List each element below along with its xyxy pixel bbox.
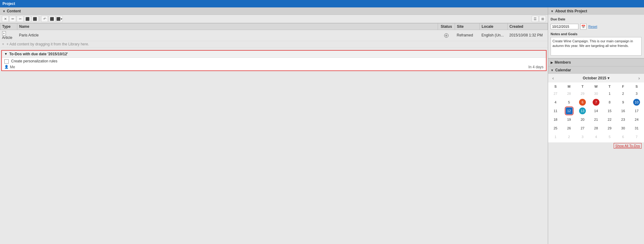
cal-day-21[interactable]: 21 — [589, 115, 603, 124]
day-header-sun: S — [549, 84, 562, 89]
cal-day-22[interactable]: 22 — [603, 115, 616, 124]
cal-day-30[interactable]: 30 — [616, 124, 630, 133]
delete-button[interactable]: ✕ — [2, 16, 9, 22]
list-view-button[interactable]: ☰ — [532, 16, 539, 22]
cal-num: 29 — [606, 125, 613, 132]
cut-button[interactable]: ✂ — [17, 16, 24, 22]
cal-day-12[interactable]: 12 — [562, 107, 576, 115]
cal-day-28[interactable]: 28 — [589, 124, 603, 133]
cal-day-27[interactable]: 27 — [576, 124, 589, 133]
cal-day-3[interactable]: 3 — [630, 89, 643, 98]
calendar-icon-button[interactable]: 📅 — [580, 23, 586, 30]
members-section-header[interactable]: ▶ Members — [548, 58, 644, 66]
cal-day-30-prev[interactable]: 30 — [589, 89, 603, 98]
col-site[interactable]: Site — [455, 23, 480, 30]
content-section-label: Content — [7, 9, 21, 13]
todo-toggle[interactable]: ▼ — [4, 52, 7, 56]
cal-num: 24 — [633, 116, 640, 123]
reset-link[interactable]: Reset — [588, 25, 597, 28]
content-toggle[interactable]: ▼ — [2, 10, 6, 13]
show-all-todos-link[interactable]: Show All To-Dos — [614, 143, 642, 149]
content-section-header[interactable]: ▼ Content — [0, 7, 548, 15]
col-status[interactable]: Status — [438, 23, 455, 30]
cal-day-9[interactable]: 9 — [616, 98, 630, 107]
about-project-header[interactable]: ▼ About this Project — [548, 7, 644, 15]
cal-day-8[interactable]: 8 — [603, 98, 616, 107]
refresh-button[interactable]: ⬛ — [49, 16, 55, 22]
cal-day-2[interactable]: 2 — [616, 89, 630, 98]
cal-day-6-next[interactable]: 6 — [616, 133, 630, 141]
calendar-day-headers: S M T W T F S — [549, 84, 643, 89]
cal-day-27-prev[interactable]: 27 — [549, 89, 562, 98]
edit-button[interactable]: ✏ — [9, 16, 16, 22]
cal-num: 27 — [579, 125, 586, 132]
month-dropdown-icon[interactable]: ▾ — [608, 76, 609, 80]
cal-day-2-next[interactable]: 2 — [562, 133, 576, 141]
cal-day-18[interactable]: 18 — [549, 115, 562, 124]
cal-day-7[interactable]: 7 — [589, 98, 603, 107]
cal-num: 4 — [552, 99, 559, 106]
show-all-todos-container: Show All To-Dos — [548, 142, 644, 149]
next-month-button[interactable]: › — [636, 75, 642, 81]
cal-num: 29 — [579, 90, 586, 97]
grid-view-button[interactable]: ⊞ — [539, 16, 546, 22]
cell-site: Reframed — [455, 30, 480, 41]
cal-day-10[interactable]: 10 — [630, 98, 643, 107]
due-date-input-row: 📅 Reset — [551, 23, 642, 30]
todo-days: In 4 days — [528, 65, 543, 69]
cal-day-24[interactable]: 24 — [630, 115, 643, 124]
cal-day-26[interactable]: 26 — [562, 124, 576, 133]
cal-day-19[interactable]: 19 — [562, 115, 576, 124]
cal-day-20[interactable]: 20 — [576, 115, 589, 124]
col-locale[interactable]: Locale — [480, 23, 508, 30]
cal-num: 5 — [606, 133, 613, 140]
cal-day-15[interactable]: 15 — [603, 107, 616, 115]
undo-button[interactable]: ↶ — [41, 16, 48, 22]
cal-day-5[interactable]: 5 — [562, 98, 576, 107]
cal-day-3-next[interactable]: 3 — [576, 133, 589, 141]
cal-week-3: 11 12 13 14 15 16 17 — [549, 107, 643, 115]
cal-day-28-prev[interactable]: 28 — [562, 89, 576, 98]
todo-checkbox[interactable] — [4, 59, 9, 64]
more-button[interactable]: ⬛▾ — [56, 16, 63, 22]
cal-week-1: 27 28 29 30 1 2 3 — [549, 89, 643, 98]
right-panel: ▼ About this Project Due Date 📅 Reset No… — [548, 7, 644, 244]
cal-day-1[interactable]: 1 — [603, 89, 616, 98]
calendar-section-header[interactable]: ▼ Calendar — [548, 66, 644, 74]
cal-day-1-next[interactable]: 1 — [549, 133, 562, 141]
todo-item-0: Create personalization rules 👤 Me In 4 d… — [2, 58, 546, 70]
cal-day-7-next[interactable]: 7 — [630, 133, 643, 141]
cal-day-5-next[interactable]: 5 — [603, 133, 616, 141]
cal-day-31[interactable]: 31 — [630, 124, 643, 133]
todo-section-header[interactable]: ▼ To-Dos with due date '2015/10/12' — [2, 51, 546, 58]
cal-day-11[interactable]: 11 — [549, 107, 562, 115]
about-project-content: Due Date 📅 Reset Notes and Goals Create … — [548, 15, 644, 58]
cal-num: 1 — [552, 133, 559, 140]
cal-day-17[interactable]: 17 — [630, 107, 643, 115]
due-date-input[interactable] — [551, 24, 578, 29]
col-created[interactable]: Created — [508, 23, 548, 30]
cal-week-4: 18 19 20 21 22 23 24 — [549, 115, 643, 124]
cal-day-13[interactable]: 13 — [576, 107, 589, 115]
col-type[interactable]: Type — [0, 23, 17, 30]
copy-button[interactable]: ⬛ — [24, 16, 31, 22]
cal-day-29-prev[interactable]: 29 — [576, 89, 589, 98]
todo-assignee: Me — [10, 65, 15, 69]
paste-button[interactable]: ⬛ — [32, 16, 38, 22]
cal-day-23[interactable]: 23 — [616, 115, 630, 124]
cal-day-14[interactable]: 14 — [589, 107, 603, 115]
globe-icon: ⊕ — [444, 33, 449, 38]
cal-day-16[interactable]: 16 — [616, 107, 630, 115]
cal-day-4[interactable]: 4 — [549, 98, 562, 107]
cal-day-6[interactable]: 6 — [576, 98, 589, 107]
cal-day-4-next[interactable]: 4 — [589, 133, 603, 141]
cal-day-29[interactable]: 29 — [603, 124, 616, 133]
prev-month-button[interactable]: ‹ — [550, 75, 556, 81]
cal-num: 9 — [620, 99, 626, 106]
cal-day-25[interactable]: 25 — [549, 124, 562, 133]
cal-num: 21 — [593, 116, 599, 123]
col-name[interactable]: Name — [17, 23, 438, 30]
month-year-title: October 2015 ▾ — [583, 76, 609, 80]
table-row[interactable]: ≡Article Paris Article ⊕ Reframed Englis… — [0, 30, 548, 41]
cal-num: 8 — [606, 99, 613, 106]
